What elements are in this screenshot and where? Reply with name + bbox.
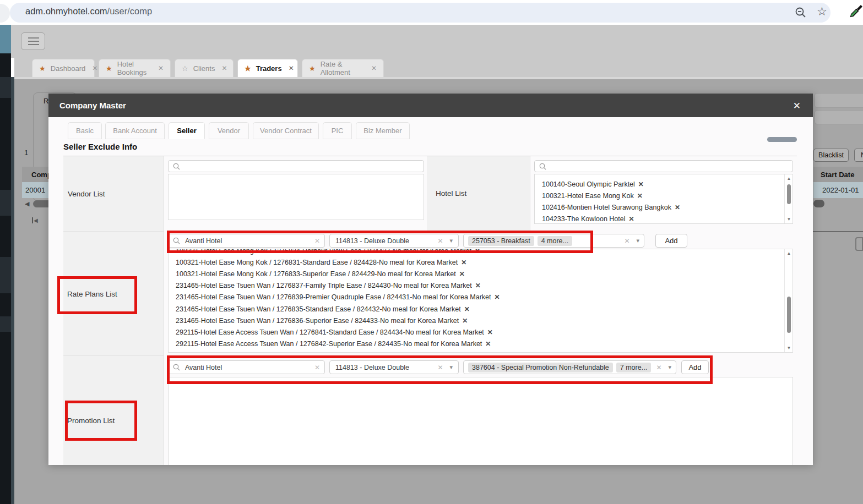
hotel-list-item: 100321-Hotel Ease Mong Kok✕ [542,190,793,201]
remove-item-icon[interactable]: ✕ [675,204,680,211]
scrollbar-thumb[interactable] [767,137,797,142]
scroll-down-icon[interactable]: ▼ [785,217,793,222]
remove-item-icon[interactable]: ✕ [495,293,500,301]
scroll-left-icon[interactable]: ◀ [25,200,29,207]
vertical-scrollbar[interactable]: ▲ ▼ [784,174,793,223]
sidebar-item[interactable] [0,257,11,293]
background-divider [813,231,863,232]
rate-plans-list-box: 100321-Hotel Ease Mong Kok / 1276834-Har… [168,249,793,353]
background-input[interactable] [815,110,863,124]
vendor-search-input[interactable] [168,160,424,172]
rate-plan-item: 292115-Hotel Ease Access Tsuen Wan / 127… [176,326,793,338]
remove-item-icon[interactable]: ✕ [459,270,465,278]
remove-item-icon[interactable]: ✕ [629,215,634,223]
hotel-list-label: Hotel List [436,189,466,198]
tab-clients[interactable]: ☆ Clients ✕ [175,59,234,77]
sidebar-nav [0,53,11,504]
tab-label: Traders [256,64,282,73]
rate-plan-item: 231465-Hotel Ease Tsuen Wan / 1276837-Fa… [176,280,793,292]
tab-rate-allotment[interactable]: ★ Rate & Allotment ✕ [302,59,384,77]
tab-label: Rate & Allotment [321,60,365,76]
horizontal-scrollbar-thumb[interactable] [813,200,824,207]
company-master-modal: Company Master ✕ Basic Bank Account Sell… [48,94,813,465]
close-tab-icon[interactable]: ✕ [289,64,294,72]
favorite-star-icon[interactable]: ★ [245,64,251,73]
favorite-star-icon[interactable]: ★ [106,64,112,73]
clear-icon[interactable]: ✕ [624,237,629,245]
bookmark-star-icon[interactable]: ☆ [817,5,827,18]
scroll-up-icon[interactable]: ▲ [785,251,793,256]
modal-tab-vendor-contract[interactable]: Vendor Contract [253,122,319,139]
sidebar-logo-block[interactable] [0,25,11,53]
tab-hotel-bookings[interactable]: ★ Hotel Bookings ✕ [99,59,171,77]
rate-plan-add-button[interactable]: Add [655,234,687,248]
blacklist-button[interactable]: Blacklist [813,149,849,162]
sidebar-item[interactable] [0,316,11,332]
menu-toggle-button[interactable] [21,32,45,50]
url-text[interactable]: adm.ohmyhotel.com/user/comp [25,6,152,17]
sidebar-item[interactable] [0,190,11,216]
hotel-search-input[interactable] [534,160,793,172]
avatar [0,4,10,23]
modal-tab-bank-account[interactable]: Bank Account [105,122,165,139]
modal-tab-vendor[interactable]: Vendor [209,122,249,139]
vertical-scrollbar[interactable]: ▲ ▼ [784,249,793,352]
annotation-rect-promotion-inputs [167,355,713,384]
remove-item-icon[interactable]: ✕ [638,180,644,188]
close-tab-icon[interactable]: ✕ [92,64,97,72]
zoom-out-icon[interactable] [795,7,807,21]
rate-plan-item: 100321-Hotel Ease Mong Kok / 1276831-Sta… [176,256,793,268]
annotation-rect-promotion-label [65,401,137,441]
remove-item-icon[interactable]: ✕ [462,317,468,325]
app-header: English tuyen.tb@ohmyhotel.com(90051) Ch… [11,25,863,58]
chevron-down-icon[interactable]: ▾ [636,237,639,244]
vendor-list-box [168,174,424,220]
tab-label: Clients [193,64,215,73]
scroll-down-icon[interactable]: ▼ [785,346,793,350]
remove-item-icon[interactable]: ✕ [637,192,643,200]
tab-traders[interactable]: ★ Traders ✕ [237,59,298,77]
search-icon [539,163,546,170]
sidebar-edge-strip [11,77,14,504]
background-input[interactable] [815,93,863,108]
new-button[interactable]: Ne [854,149,863,162]
sidebar-item[interactable] [0,77,11,98]
browser-bar: adm.ohmyhotel.com/user/comp ☆ [0,0,863,25]
annotation-rect-rate-plans-label [57,276,137,314]
close-tab-icon[interactable]: ✕ [221,64,227,72]
tab-dashboard[interactable]: ★ Dashboard ✕ [32,59,95,77]
rate-plan-item: 231465-Hotel Ease Tsuen Wan / 1276836-Su… [176,315,793,326]
favorite-star-icon[interactable]: ★ [309,64,316,73]
remove-item-icon[interactable]: ✕ [464,305,470,313]
eyedropper-icon[interactable] [849,4,863,23]
rate-plan-item: 100321-Hotel Ease Mong Kok / 1276833-Sup… [176,268,793,280]
background-table-cell[interactable]: 2022-01-01 [813,182,863,198]
close-tab-icon[interactable]: ✕ [158,64,164,72]
remove-item-icon[interactable]: ✕ [485,340,491,348]
background-button-partial[interactable] [855,237,863,251]
section-title: Seller Exclude Info [63,142,137,151]
remove-item-icon[interactable]: ✕ [475,282,481,289]
favorite-star-icon[interactable]: ☆ [182,64,188,73]
scroll-up-icon[interactable]: ▲ [785,176,793,181]
hotel-list-item: 100140-Seoul Olympic Parktel✕ [542,178,793,190]
scrollbar-thumb[interactable] [787,297,791,333]
remove-item-icon[interactable]: ✕ [487,328,493,336]
modal-tab-seller[interactable]: Seller [169,122,205,139]
scrollbar-thumb[interactable] [787,184,791,204]
search-icon [173,163,180,170]
pagination-first-icon[interactable]: ◀ [32,217,40,224]
favorite-star-icon[interactable]: ★ [39,64,46,73]
modal-close-icon[interactable]: ✕ [793,100,801,112]
tab-label: Dashboard [51,64,86,73]
url-path: /user/comp [107,6,153,16]
modal-tab-pic[interactable]: PIC [323,122,352,139]
close-tab-icon[interactable]: ✕ [371,64,377,72]
url-domain: adm.ohmyhotel.com [25,6,107,16]
remove-item-icon[interactable]: ✕ [461,259,466,266]
modal-header: Company Master ✕ [48,94,813,117]
promotion-list-box [168,377,793,465]
modal-tab-biz-member[interactable]: Biz Member [356,122,410,139]
modal-tab-basic[interactable]: Basic [68,122,102,139]
modal-title: Company Master [59,101,126,110]
